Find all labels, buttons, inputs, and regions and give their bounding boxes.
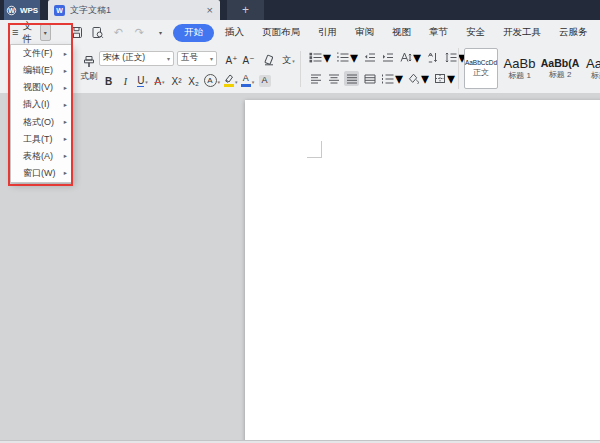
- style-heading-3[interactable]: AaBb 标题 3: [581, 48, 600, 89]
- save-button[interactable]: [69, 25, 84, 41]
- file-menu-button[interactable]: ≡ 文件 ▾: [12, 20, 51, 46]
- tab-dev-tools[interactable]: 开发工具: [494, 26, 550, 39]
- chevron-down-icon: ▾: [323, 48, 331, 67]
- numbering-button[interactable]: ▾: [335, 50, 359, 65]
- chevron-down-icon: ▾: [162, 80, 165, 86]
- strikethrough-button[interactable]: A ▾: [151, 71, 168, 87]
- decrease-indent-icon: [364, 52, 376, 63]
- numbering-icon: [336, 52, 349, 63]
- file-dropdown-menu: 文件(F)▸ 编辑(E)▸ 视图(V)▸ 插入(I)▸ 格式(O)▸ 工具(T)…: [10, 44, 73, 183]
- font-name-select[interactable]: 宋体 (正文) ▾: [99, 51, 174, 66]
- file-menu-caret[interactable]: ▾: [40, 24, 51, 41]
- eraser-icon: [263, 54, 275, 66]
- menu-item-view[interactable]: 视图(V)▸: [11, 79, 72, 96]
- menu-item-label: 格式(O): [23, 116, 54, 129]
- align-left-button[interactable]: [308, 71, 323, 86]
- style-normal[interactable]: AaBbCcDd 正文: [464, 48, 498, 89]
- styles-gallery: AaBbCcDd 正文 AaBb 标题 1 AaBb(A 标题 2 AaBb 标…: [458, 48, 600, 89]
- new-tab-button[interactable]: +: [227, 0, 264, 20]
- sort-button[interactable]: [425, 50, 440, 65]
- menu-item-edit[interactable]: 编辑(E)▸: [11, 62, 72, 79]
- style-heading-2[interactable]: AaBb(A 标题 2: [541, 48, 579, 89]
- tab-references[interactable]: 引用: [309, 26, 346, 39]
- quick-access-toolbar: ↶ ↷ ▾: [69, 25, 168, 41]
- tab-view[interactable]: 视图: [383, 26, 420, 39]
- chevron-down-icon: ▾: [145, 80, 148, 86]
- menu-item-label: 插入(I): [23, 98, 50, 111]
- font-size-select[interactable]: 五号 ▾: [177, 51, 217, 66]
- submenu-arrow-icon: ▸: [64, 101, 67, 109]
- underline-glyph: U: [137, 75, 144, 87]
- chevron-down-icon: ▾: [44, 29, 47, 36]
- enclose-character-button[interactable]: A ▾: [202, 71, 222, 87]
- menu-item-label: 窗口(W): [23, 167, 56, 180]
- chevron-down-icon: ▾: [421, 69, 429, 88]
- line-spacing-icon: [444, 52, 457, 63]
- chevron-down-icon: ▾: [252, 80, 255, 86]
- ribbon-toolbar: 式刷 宋体 (正文) ▾ 五号 ▾ A⁺ A⁻ 文 ▾ B I: [0, 45, 600, 94]
- distribute-button[interactable]: [362, 71, 377, 86]
- submenu-arrow-icon: ▸: [64, 152, 67, 160]
- tab-page-layout[interactable]: 页面布局: [253, 26, 309, 39]
- close-tab-icon[interactable]: ×: [206, 5, 214, 16]
- italic-button[interactable]: I: [117, 71, 134, 87]
- tab-section[interactable]: 章节: [420, 26, 457, 39]
- document-file-icon: W: [54, 5, 65, 16]
- print-preview-button[interactable]: [90, 25, 105, 41]
- redo-button[interactable]: ↷: [132, 25, 147, 41]
- bullets-button[interactable]: ▾: [308, 50, 332, 65]
- menu-item-window[interactable]: 窗口(W)▸: [11, 165, 72, 182]
- borders-button[interactable]: ▾: [433, 71, 456, 86]
- font-color-icon: A: [241, 74, 251, 87]
- superscript-button[interactable]: X²: [168, 71, 185, 87]
- shading-button[interactable]: ▾: [407, 71, 430, 86]
- clear-format-button[interactable]: [260, 50, 277, 66]
- style-preview: AaBb: [586, 57, 600, 70]
- distribute-icon: [364, 74, 376, 84]
- tab-insert[interactable]: 插入: [216, 26, 253, 39]
- line-numbers-button[interactable]: ▾: [380, 71, 404, 86]
- document-tab-title: 文字文稿1: [70, 4, 201, 17]
- style-name: 正文: [473, 69, 489, 77]
- line-numbers-icon: [381, 74, 394, 84]
- menu-item-tools[interactable]: 工具(T)▸: [11, 131, 72, 148]
- underline-button[interactable]: U ▾: [134, 71, 151, 87]
- menu-item-insert[interactable]: 插入(I)▸: [11, 96, 72, 113]
- menu-item-table[interactable]: 表格(A)▸: [11, 148, 72, 165]
- menu-item-format[interactable]: 格式(O)▸: [11, 114, 72, 131]
- style-heading-1[interactable]: AaBb 标题 1: [500, 48, 539, 89]
- tab-doc-assistant[interactable]: 文档助手: [596, 26, 600, 39]
- tab-review[interactable]: 审阅: [346, 26, 383, 39]
- submenu-arrow-icon: ▸: [64, 169, 67, 177]
- chevron-down-icon: ▾: [447, 69, 455, 88]
- tab-home[interactable]: 开始: [173, 24, 214, 42]
- decrease-indent-button[interactable]: [362, 50, 377, 65]
- shrink-font-button[interactable]: A⁻: [240, 50, 257, 66]
- sort-icon: [427, 52, 439, 63]
- align-center-button[interactable]: [326, 71, 341, 86]
- phonetic-guide-icon: 文: [282, 56, 291, 66]
- increase-indent-button[interactable]: [380, 50, 395, 65]
- submenu-arrow-icon: ▸: [64, 135, 67, 143]
- font-color-button[interactable]: A ▾: [239, 71, 256, 87]
- document-page[interactable]: [245, 100, 600, 443]
- justify-button[interactable]: [344, 71, 359, 86]
- menu-item-label: 视图(V): [23, 81, 53, 94]
- grow-font-button[interactable]: A⁺: [223, 50, 240, 66]
- subscript-button[interactable]: X₂: [185, 71, 202, 87]
- bullets-icon: [309, 52, 322, 63]
- highlight-button[interactable]: ▾: [222, 71, 240, 87]
- undo-button[interactable]: ↶: [111, 25, 126, 41]
- customize-quickbar-button[interactable]: ▾: [153, 25, 168, 41]
- wps-home-button[interactable]: W WPS: [4, 0, 40, 20]
- document-tab[interactable]: W 文字文稿1 ×: [48, 0, 220, 20]
- menu-item-file[interactable]: 文件(F)▸: [11, 45, 72, 62]
- tab-cloud-service[interactable]: 云服务: [550, 26, 597, 39]
- tab-security[interactable]: 安全: [457, 26, 494, 39]
- chevron-down-icon: ▾: [413, 48, 421, 67]
- text-tool-button[interactable]: ▾: [398, 50, 422, 65]
- bold-button[interactable]: B: [100, 71, 117, 87]
- chevron-down-icon: ▾: [395, 69, 403, 88]
- phonetic-guide-button[interactable]: 文 ▾: [280, 50, 297, 66]
- character-shading-button[interactable]: A: [256, 71, 273, 87]
